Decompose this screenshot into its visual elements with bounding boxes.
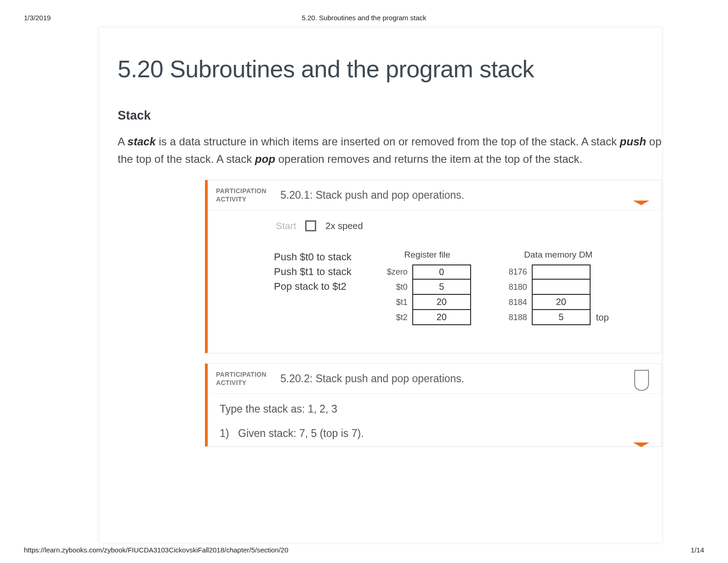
dm-title: Data memory DM <box>503 250 614 260</box>
activity-2: PARTICIPATION ACTIVITY 5.20.2: Stack pus… <box>205 363 662 447</box>
question-1: 1) Given stack: 7, 5 (top is 7). <box>220 427 649 440</box>
q1-text: Given stack: 7, 5 (top is 7). <box>238 427 364 440</box>
body-paragraph-line2: the top of the stack. A stack pop operat… <box>118 151 643 167</box>
page-canvas: 5.20 Subroutines and the program stack S… <box>99 28 662 543</box>
start-button[interactable]: Start <box>276 220 296 231</box>
print-doc-title: 5.20. Subroutines and the program stack <box>24 14 704 22</box>
activity-2-body: Type the stack as: 1, 2, 3 1) Given stac… <box>208 394 661 444</box>
activity-2-instruction: Type the stack as: 1, 2, 3 <box>220 403 649 415</box>
collapse-caret-icon[interactable] <box>633 442 649 447</box>
print-url: https://learn.zybooks.com/zybook/FIUCDA3… <box>24 546 288 554</box>
section-title: 5.20 Subroutines and the program stack <box>118 55 643 83</box>
body-paragraph-line1: A stack is a data structure in which ite… <box>118 134 643 149</box>
pa-label: PARTICIPATION ACTIVITY <box>216 370 280 387</box>
pa-label: PARTICIPATION ACTIVITY <box>216 187 280 203</box>
q1-number: 1) <box>220 427 232 440</box>
instr-2: Pop stack to $t2 <box>274 279 352 294</box>
speed-label: 2x speed <box>325 221 363 231</box>
simulation-row: Push $t0 to stack Push $t1 to stack Pop … <box>274 250 648 325</box>
stack-subhead: Stack <box>118 109 643 123</box>
speed-checkbox[interactable] <box>305 220 316 231</box>
print-footer: https://learn.zybooks.com/zybook/FIUCDA3… <box>24 546 704 554</box>
activity-2-header: PARTICIPATION ACTIVITY 5.20.2: Stack pus… <box>208 364 661 394</box>
activity-1-title: 5.20.1: Stack push and pop operations. <box>280 189 464 201</box>
instruction-list: Push $t0 to stack Push $t1 to stack Pop … <box>274 250 352 294</box>
animation-controls: Start 2x speed <box>276 220 648 231</box>
print-page-count: 1/14 <box>691 546 704 554</box>
collapse-caret-icon[interactable] <box>633 201 649 205</box>
activity-2-title: 5.20.2: Stack push and pop operations. <box>280 373 464 385</box>
instr-0: Push $t0 to stack <box>274 250 352 264</box>
register-file-table: Register file $zero0 $t05 $t120 $t220 <box>384 250 471 325</box>
instr-1: Push $t1 to stack <box>274 264 352 279</box>
shield-icon <box>633 369 650 391</box>
activity-1-header: PARTICIPATION ACTIVITY 5.20.1: Stack pus… <box>208 180 661 210</box>
data-memory-table: Data memory DM 8176 8180 818420 81885top <box>503 250 614 325</box>
print-header: 1/3/2019 5.20. Subroutines and the progr… <box>24 14 704 22</box>
activity-1: PARTICIPATION ACTIVITY 5.20.1: Stack pus… <box>205 180 662 353</box>
activity-1-body: Start 2x speed Push $t0 to stack Push $t… <box>208 210 661 353</box>
regfile-title: Register file <box>384 250 471 260</box>
